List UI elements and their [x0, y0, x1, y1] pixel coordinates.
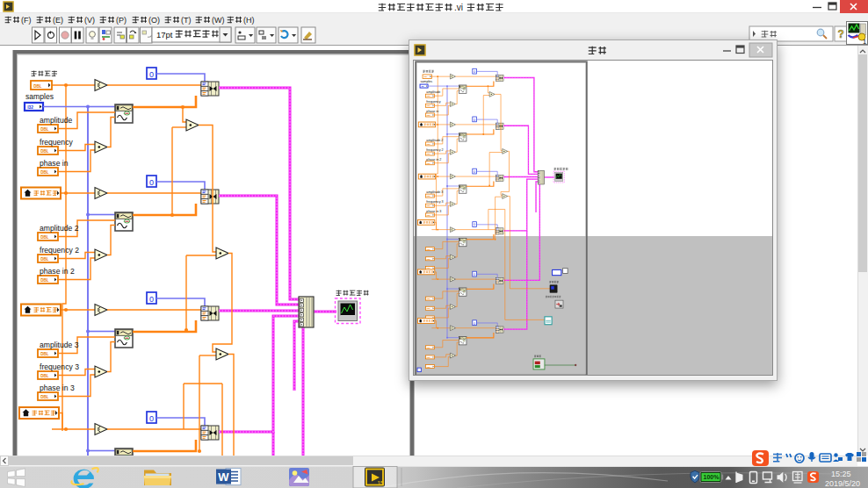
svg-text:I32: I32	[27, 105, 33, 110]
svg-text:15: 15	[378, 480, 385, 486]
svg-text:DBL: DBL	[33, 84, 42, 89]
svg-text:amplitude: amplitude	[40, 116, 72, 125]
svg-text:15:25: 15:25	[831, 470, 851, 478]
svg-text:frequency 2: frequency 2	[40, 246, 79, 255]
svg-text:(V): (V)	[84, 16, 95, 25]
svg-text:(P): (P)	[116, 16, 127, 25]
svg-text:2019/5/20: 2019/5/20	[825, 479, 860, 488]
svg-text:samples: samples	[25, 92, 54, 101]
svg-text:.vi: .vi	[454, 3, 463, 12]
svg-text:17pt: 17pt	[156, 30, 173, 39]
svg-text:W: W	[218, 470, 229, 484]
svg-text:(O): (O)	[148, 16, 160, 25]
svg-text:1: 1	[863, 38, 866, 46]
svg-text:frequency: frequency	[40, 138, 73, 147]
svg-text:amplitude 3: amplitude 3	[40, 341, 79, 349]
svg-text:?: ?	[838, 28, 844, 40]
svg-text:phase in: phase in	[40, 159, 69, 168]
svg-text:100%: 100%	[704, 474, 720, 480]
svg-text:(E): (E)	[53, 16, 63, 25]
svg-text:phase in 2: phase in 2	[40, 267, 75, 276]
svg-text:(H): (H)	[243, 16, 255, 25]
svg-text:(T): (T)	[181, 16, 192, 25]
svg-text:(W): (W)	[212, 16, 225, 25]
svg-text:(F): (F)	[21, 16, 32, 25]
svg-text:phase in 3: phase in 3	[40, 384, 75, 392]
svg-text:frequency 3: frequency 3	[40, 362, 79, 371]
svg-text:amplitude 2: amplitude 2	[40, 224, 79, 233]
